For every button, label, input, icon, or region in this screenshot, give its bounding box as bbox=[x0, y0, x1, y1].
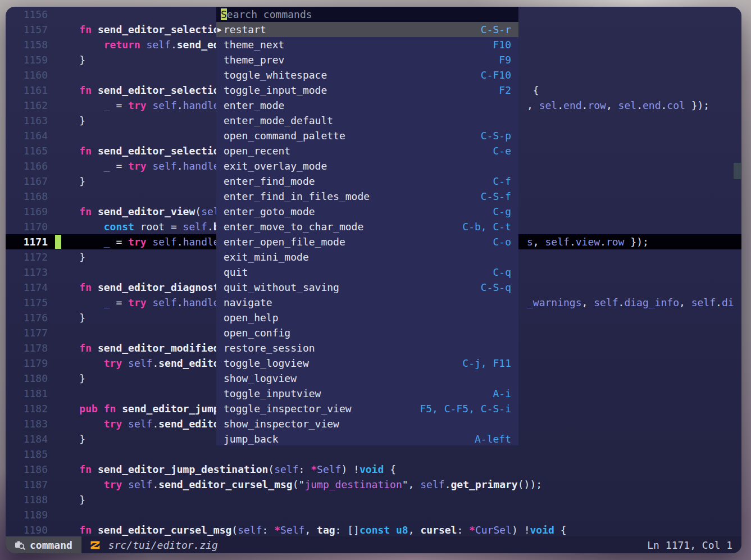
palette-item-label: navigate bbox=[224, 295, 511, 310]
palette-item[interactable]: exit_overlay_mode bbox=[216, 158, 518, 174]
code-token bbox=[122, 357, 128, 369]
code-token: . bbox=[171, 39, 177, 51]
code-token: view bbox=[576, 236, 600, 248]
palette-item[interactable]: toggle_whitespaceC-F10 bbox=[216, 67, 518, 83]
code-token: _ bbox=[104, 160, 110, 172]
code-token: } bbox=[55, 372, 85, 384]
code-token: ()); bbox=[518, 479, 542, 490]
palette-item-keybinding: C-S-p bbox=[481, 128, 511, 143]
code-token: row bbox=[606, 236, 625, 248]
code-token: } bbox=[55, 115, 85, 126]
cursor-position[interactable]: Ln 1171, Col 1 bbox=[647, 539, 732, 551]
code-token bbox=[55, 39, 104, 51]
palette-item[interactable]: exit_mini_mode bbox=[216, 249, 518, 265]
palette-search-input[interactable]: Search commands bbox=[216, 7, 518, 22]
code-token: self bbox=[238, 524, 262, 536]
palette-item-keybinding: C-S-f bbox=[481, 189, 511, 204]
line-number: 1161 bbox=[6, 83, 55, 98]
file-path[interactable]: src/tui/editor.zig bbox=[108, 539, 218, 551]
palette-item[interactable]: jump_backA-left bbox=[216, 431, 518, 445]
code-line[interactable]: 1188 } bbox=[6, 492, 741, 507]
palette-item[interactable]: restore_session bbox=[216, 340, 518, 356]
code-token: { bbox=[384, 463, 396, 475]
code-token: row bbox=[588, 99, 606, 111]
line-number: 1168 bbox=[6, 189, 55, 204]
palette-item[interactable]: quitC-q bbox=[216, 265, 518, 280]
code-line-text: try self.send_editor_cursel_msg("jump_de… bbox=[55, 477, 741, 492]
scrollbar-thumb[interactable] bbox=[734, 163, 741, 179]
palette-item-label: enter_goto_mode bbox=[224, 204, 493, 219]
code-line[interactable]: 1186 fn send_editor_jump_destination(sel… bbox=[6, 462, 741, 477]
palette-item[interactable]: open_recentC-e bbox=[216, 143, 518, 158]
code-token: end bbox=[563, 99, 582, 111]
palette-item[interactable]: quit_without_savingC-S-q bbox=[216, 280, 518, 295]
code-token: ( bbox=[195, 206, 201, 217]
code-token bbox=[55, 403, 79, 415]
line-number: 1165 bbox=[6, 143, 55, 158]
code-token: get_primary bbox=[450, 479, 517, 490]
code-token: self bbox=[152, 297, 176, 308]
palette-item-keybinding: A-i bbox=[493, 386, 511, 401]
palette-item[interactable]: toggle_inspector_viewF5, C-F5, C-S-i bbox=[216, 401, 518, 416]
code-token: root = bbox=[134, 221, 183, 233]
palette-item[interactable]: navigate bbox=[216, 295, 518, 310]
code-token: ( bbox=[231, 524, 238, 536]
code-line[interactable]: 1189 bbox=[6, 507, 741, 522]
code-line[interactable]: 1187 try self.send_editor_cursel_msg("ju… bbox=[6, 477, 741, 492]
palette-item[interactable]: enter_open_file_modeC-o bbox=[216, 234, 518, 249]
code-token: void bbox=[359, 463, 384, 475]
line-number: 1163 bbox=[6, 113, 55, 128]
palette-item[interactable]: enter_goto_modeC-g bbox=[216, 204, 518, 219]
code-token: diag_info bbox=[624, 297, 679, 308]
palette-item-label: show_inspector_view bbox=[224, 416, 511, 431]
code-token: . bbox=[177, 236, 183, 248]
line-number: 1179 bbox=[6, 356, 55, 371]
palette-item[interactable]: show_inspector_view bbox=[216, 416, 518, 431]
code-token: . bbox=[716, 297, 722, 308]
code-token: ( bbox=[268, 463, 274, 475]
code-token: try bbox=[128, 236, 147, 248]
code-token bbox=[55, 342, 79, 354]
code-token: , bbox=[533, 236, 545, 248]
code-token: = bbox=[110, 160, 129, 172]
palette-item[interactable]: open_help bbox=[216, 310, 518, 325]
palette-item[interactable]: open_config bbox=[216, 325, 518, 340]
palette-item[interactable]: enter_mode bbox=[216, 98, 518, 113]
palette-item[interactable]: enter_find_in_files_modeC-S-f bbox=[216, 189, 518, 204]
palette-item[interactable]: show_logview bbox=[216, 371, 518, 386]
palette-item[interactable]: toggle_logviewC-j, F11 bbox=[216, 356, 518, 371]
code-token: }); bbox=[624, 236, 648, 248]
palette-item[interactable]: ▶restartC-S-r bbox=[216, 22, 518, 37]
code-token: send_editor_jump_destination bbox=[98, 463, 268, 475]
palette-item[interactable]: toggle_input_modeF2 bbox=[216, 83, 518, 98]
palette-item[interactable]: open_command_paletteC-S-p bbox=[216, 128, 518, 143]
code-line[interactable]: 1190 fn send_editor_cursel_msg(self: *Se… bbox=[6, 522, 741, 536]
code-line[interactable]: 1185 bbox=[6, 447, 741, 462]
palette-item[interactable]: toggle_inputviewA-i bbox=[216, 386, 518, 401]
palette-item-keybinding: F10 bbox=[493, 37, 511, 52]
line-number: 1186 bbox=[6, 462, 55, 477]
palette-item[interactable]: theme_prevF9 bbox=[216, 52, 518, 67]
palette-item-keybinding: F5, C-F5, C-S-i bbox=[420, 401, 511, 416]
code-token: end bbox=[643, 99, 661, 111]
palette-item-keybinding: C-S-r bbox=[481, 22, 511, 37]
line-number: 1167 bbox=[6, 174, 55, 189]
editor-window: 11561157 fn send_editor_selectio1158 ret… bbox=[6, 7, 741, 553]
code-token bbox=[92, 463, 98, 475]
code-token: try bbox=[128, 99, 147, 111]
code-token: . bbox=[177, 160, 183, 172]
code-token bbox=[55, 297, 104, 308]
palette-item[interactable]: enter_mode_default bbox=[216, 113, 518, 128]
mode-label: command bbox=[30, 539, 72, 551]
code-token: . bbox=[618, 297, 625, 308]
code-token: self bbox=[152, 99, 176, 111]
palette-item[interactable]: enter_find_modeC-f bbox=[216, 174, 518, 189]
palette-item-keybinding: C-f bbox=[493, 174, 511, 189]
line-number: 1176 bbox=[6, 310, 55, 325]
palette-item[interactable]: theme_nextF10 bbox=[216, 37, 518, 52]
code-token: self bbox=[128, 357, 152, 369]
palette-item[interactable]: enter_move_to_char_modeC-b, C-t bbox=[216, 219, 518, 234]
selection-pointer-icon: ▶ bbox=[217, 22, 222, 37]
mode-indicator[interactable]: command bbox=[6, 536, 81, 553]
line-number: 1157 bbox=[6, 22, 55, 37]
